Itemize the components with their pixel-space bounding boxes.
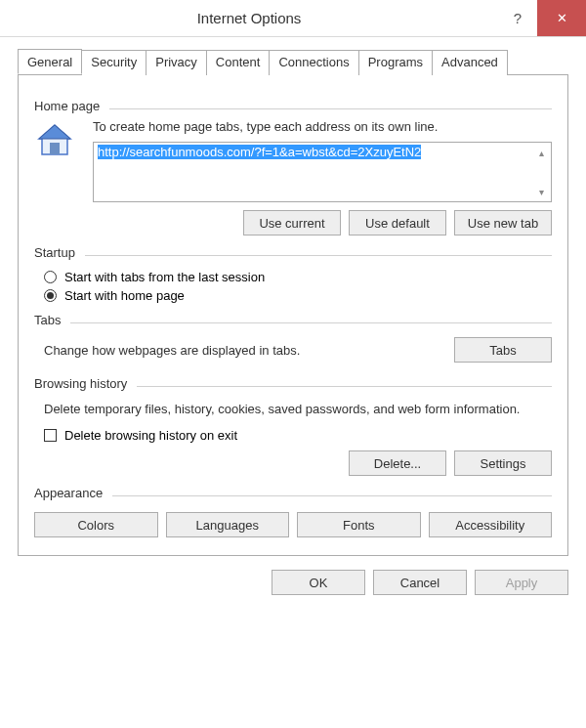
appearance-section-head: Appearance bbox=[34, 486, 552, 506]
divider bbox=[112, 495, 552, 496]
checkbox-icon bbox=[44, 429, 57, 442]
checkbox-label: Delete browsing history on exit bbox=[64, 428, 237, 443]
homepage-desc: To create home page tabs, type each addr… bbox=[93, 119, 552, 134]
radio-icon bbox=[44, 271, 57, 283]
tabs-label: Tabs bbox=[34, 313, 61, 327]
history-section-head: Browsing history bbox=[34, 376, 552, 397]
tab-programs[interactable]: Programs bbox=[358, 50, 433, 75]
colors-button[interactable]: Colors bbox=[34, 512, 158, 537]
languages-button[interactable]: Languages bbox=[166, 512, 290, 537]
tab-advanced[interactable]: Advanced bbox=[432, 50, 508, 75]
divider bbox=[85, 255, 552, 256]
divider bbox=[109, 108, 552, 109]
radio-icon bbox=[44, 289, 57, 302]
apply-button[interactable]: Apply bbox=[475, 570, 568, 595]
homepage-buttons: Use current Use default Use new tab bbox=[34, 210, 552, 236]
tab-general[interactable]: General bbox=[18, 49, 82, 74]
tab-security[interactable]: Security bbox=[81, 50, 146, 75]
close-button[interactable]: ✕ bbox=[537, 0, 586, 36]
startup-label: Startup bbox=[34, 245, 75, 260]
divider bbox=[70, 322, 552, 323]
tab-connections[interactable]: Connections bbox=[269, 50, 358, 75]
appearance-label: Appearance bbox=[34, 486, 103, 500]
homepage-content: To create home page tabs, type each addr… bbox=[93, 119, 552, 202]
svg-marker-1 bbox=[39, 125, 70, 139]
startup-option-homepage[interactable]: Start with home page bbox=[44, 288, 552, 303]
close-icon: ✕ bbox=[557, 11, 567, 25]
use-default-button[interactable]: Use default bbox=[349, 210, 446, 236]
fonts-button[interactable]: Fonts bbox=[297, 512, 421, 537]
tabs-desc: Change how webpages are displayed in tab… bbox=[44, 343, 300, 358]
homepage-section-head: Home page bbox=[34, 99, 552, 119]
settings-button[interactable]: Settings bbox=[454, 450, 552, 476]
general-panel: Home page To create home page tabs, type… bbox=[18, 75, 568, 556]
homepage-label: Home page bbox=[34, 99, 100, 113]
history-label: Browsing history bbox=[34, 376, 127, 391]
tab-privacy[interactable]: Privacy bbox=[146, 50, 207, 75]
tabs-row: Change how webpages are displayed in tab… bbox=[44, 337, 552, 363]
appearance-buttons: Colors Languages Fonts Accessibility bbox=[34, 512, 552, 537]
window-title: Internet Options bbox=[0, 10, 498, 26]
tab-content[interactable]: Content bbox=[206, 50, 271, 75]
help-button[interactable]: ? bbox=[498, 0, 537, 36]
delete-button[interactable]: Delete... bbox=[349, 450, 446, 476]
scroll-up-icon[interactable]: ▴ bbox=[533, 145, 549, 160]
startup-section-head: Startup bbox=[34, 245, 552, 266]
home-icon bbox=[34, 119, 79, 165]
tabs-button[interactable]: Tabs bbox=[454, 337, 552, 363]
homepage-url-input[interactable]: http://searchfunmoods.com/?f=1&a=wbst&cd… bbox=[93, 142, 552, 202]
dialog-footer: OK Cancel Apply bbox=[0, 556, 586, 609]
dialog-body: General Security Privacy Content Connect… bbox=[0, 37, 586, 556]
titlebar: Internet Options ? ✕ bbox=[0, 0, 586, 37]
titlebar-controls: ? ✕ bbox=[498, 0, 586, 36]
cancel-button[interactable]: Cancel bbox=[373, 570, 467, 595]
svg-rect-2 bbox=[50, 143, 60, 154]
ok-button[interactable]: OK bbox=[272, 570, 365, 595]
accessibility-button[interactable]: Accessibility bbox=[429, 512, 553, 537]
startup-option-last-session[interactable]: Start with tabs from the last session bbox=[44, 270, 552, 284]
history-buttons: Delete... Settings bbox=[34, 450, 552, 476]
divider bbox=[137, 386, 552, 387]
scroll-down-icon[interactable]: ▾ bbox=[533, 184, 549, 199]
tabs-section-head: Tabs bbox=[34, 313, 552, 333]
history-desc: Delete temporary files, history, cookies… bbox=[44, 401, 552, 418]
homepage-url-text: http://searchfunmoods.com/?f=1&a=wbst&cd… bbox=[98, 145, 421, 159]
use-new-tab-button[interactable]: Use new tab bbox=[454, 210, 552, 236]
use-current-button[interactable]: Use current bbox=[243, 210, 341, 236]
radio-label: Start with tabs from the last session bbox=[64, 270, 265, 284]
delete-on-exit-checkbox[interactable]: Delete browsing history on exit bbox=[44, 428, 552, 443]
homepage-row: To create home page tabs, type each addr… bbox=[34, 119, 552, 202]
radio-label: Start with home page bbox=[64, 288, 185, 303]
tabstrip: General Security Privacy Content Connect… bbox=[18, 49, 568, 75]
